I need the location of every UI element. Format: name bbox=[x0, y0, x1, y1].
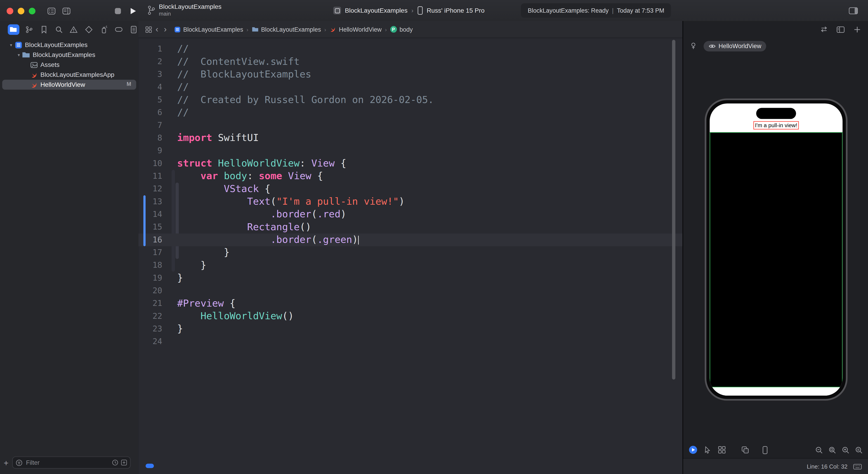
code-text: Text("I'm a pull-in view!") bbox=[162, 195, 405, 208]
breadcrumb-project[interactable]: BlockLayoutExamples bbox=[174, 26, 243, 33]
code-line[interactable]: 24 bbox=[138, 335, 682, 348]
inspector-toggle-icon[interactable] bbox=[848, 6, 858, 15]
code-line[interactable]: 21#Preview { bbox=[138, 297, 682, 310]
debug-navigator-icon[interactable] bbox=[98, 24, 108, 35]
filter-field[interactable] bbox=[12, 456, 131, 469]
code-line[interactable]: 15 Rectangle() bbox=[138, 221, 682, 233]
code-line[interactable]: 13 Text("I'm a pull-in view!") bbox=[138, 195, 682, 208]
code-line[interactable]: 11 var body: some View { bbox=[138, 170, 682, 183]
bookmarks-navigator-icon[interactable] bbox=[39, 24, 49, 35]
code-line[interactable]: 23} bbox=[138, 323, 682, 335]
breakpoints-navigator-icon[interactable] bbox=[114, 24, 123, 35]
tree-item-project-root[interactable]: ▾ BlockLayoutExamples bbox=[2, 40, 136, 50]
reports-navigator-icon[interactable] bbox=[128, 24, 138, 35]
code-line[interactable]: 18 } bbox=[138, 259, 682, 272]
related-items-icon[interactable] bbox=[144, 25, 153, 34]
code-line[interactable]: 22 HelloWorldView() bbox=[138, 310, 682, 322]
compose-editor-icon[interactable] bbox=[61, 6, 71, 15]
code-line[interactable]: 16 .border(.green) bbox=[138, 233, 682, 246]
code-text: } bbox=[162, 323, 183, 335]
chevron-down-icon[interactable]: ▾ bbox=[8, 42, 14, 47]
code-text: .border(.red) bbox=[162, 208, 346, 221]
selectable-mode-button[interactable] bbox=[703, 445, 712, 454]
device-settings-button[interactable] bbox=[760, 445, 770, 454]
find-navigator-icon[interactable] bbox=[54, 24, 64, 35]
editor-scrollbar[interactable] bbox=[672, 40, 675, 380]
view-options-icon[interactable] bbox=[46, 6, 56, 15]
add-file-button[interactable]: + bbox=[0, 458, 12, 468]
project-navigator-icon[interactable] bbox=[8, 24, 19, 35]
breadcrumb-label: BlockLayoutExamples bbox=[183, 26, 243, 33]
source-control-change-bar[interactable] bbox=[143, 195, 145, 246]
run-button[interactable] bbox=[128, 6, 137, 15]
line-number: 2 bbox=[138, 55, 162, 68]
filter-input[interactable] bbox=[25, 459, 110, 466]
code-line[interactable]: 1// bbox=[138, 43, 682, 55]
tree-item-assets[interactable]: Assets bbox=[2, 60, 136, 70]
code-text: } bbox=[162, 246, 230, 259]
preview-canvas: HelloWorldView I'm a pull-in view! bbox=[683, 21, 868, 474]
canvas-toolbar bbox=[683, 441, 868, 458]
code-line[interactable]: 3// BlockLayoutExamples bbox=[138, 68, 682, 81]
code-line[interactable]: 9 bbox=[138, 145, 682, 157]
code-line[interactable]: 10struct HelloWorldView: View { bbox=[138, 157, 682, 170]
stop-button[interactable] bbox=[113, 6, 123, 15]
activity-viewer[interactable]: BlockLayoutExamples: Ready | Today at 7:… bbox=[521, 3, 671, 18]
issues-navigator-icon[interactable] bbox=[69, 24, 79, 35]
code-text bbox=[162, 335, 177, 348]
recent-files-icon[interactable] bbox=[112, 459, 119, 466]
destination-label: Russ' iPhone 15 Pro bbox=[427, 7, 485, 14]
code-line[interactable]: 20 bbox=[138, 284, 682, 297]
code-text: // BlockLayoutExamples bbox=[162, 68, 311, 81]
forward-button[interactable]: › bbox=[161, 25, 169, 34]
editor-options-icon[interactable] bbox=[836, 25, 845, 34]
chevron-down-icon[interactable]: ▾ bbox=[16, 52, 22, 57]
code-text: // bbox=[162, 106, 189, 119]
pin-icon[interactable] bbox=[690, 42, 697, 50]
branch-name-label: main bbox=[159, 11, 221, 17]
source-control-summary[interactable]: BlockLayoutExamples main bbox=[147, 3, 221, 17]
code-line[interactable]: 4// bbox=[138, 81, 682, 94]
source-control-navigator-icon[interactable] bbox=[24, 24, 34, 35]
code-line[interactable]: 7 bbox=[138, 119, 682, 132]
code-line[interactable]: 17 } bbox=[138, 246, 682, 259]
branch-icon bbox=[147, 3, 155, 17]
line-number: 8 bbox=[138, 132, 162, 145]
zoom-fit-icon[interactable] bbox=[828, 445, 837, 454]
zoom-out-icon[interactable] bbox=[814, 445, 824, 454]
live-preview-button[interactable] bbox=[688, 445, 698, 454]
code-line[interactable]: 6// bbox=[138, 106, 682, 119]
scheme-destination-picker[interactable]: BlockLayoutExamples › Russ' iPhone 15 Pr… bbox=[333, 0, 485, 21]
tree-item-group[interactable]: ▾ BlockLayoutExamples bbox=[2, 50, 136, 60]
line-number: 14 bbox=[138, 208, 162, 221]
keyboard-icon[interactable] bbox=[853, 463, 862, 470]
breadcrumb-symbol[interactable]: P body bbox=[390, 26, 413, 33]
add-editor-icon[interactable] bbox=[852, 25, 862, 34]
close-window-button[interactable] bbox=[6, 8, 13, 14]
zoom-in-icon[interactable] bbox=[841, 445, 850, 454]
source-control-filter-icon[interactable] bbox=[121, 459, 127, 466]
variants-button[interactable] bbox=[717, 445, 726, 454]
breadcrumb-file[interactable]: HelloWorldView bbox=[330, 26, 382, 33]
preview-name-label: HelloWorldView bbox=[719, 43, 761, 49]
code-line[interactable]: 19} bbox=[138, 272, 682, 284]
back-button[interactable]: ‹ bbox=[153, 25, 161, 34]
breadcrumb-group[interactable]: BlockLayoutExamples bbox=[252, 26, 321, 33]
breadcrumb-label: body bbox=[400, 26, 413, 33]
code-line[interactable]: 12 VStack { bbox=[138, 183, 682, 195]
tree-item-selected-file[interactable]: HelloWorldView M bbox=[2, 80, 136, 90]
tests-navigator-icon[interactable] bbox=[84, 24, 94, 35]
zoom-window-button[interactable] bbox=[29, 8, 35, 14]
code-line[interactable]: 5// Created by Russell Gordon on 2026-02… bbox=[138, 94, 682, 106]
preview-name-pill[interactable]: HelloWorldView bbox=[704, 41, 766, 51]
code-area[interactable]: 1//2// ContentView.swift3// BlockLayoutE… bbox=[138, 38, 682, 474]
editor-swap-icon[interactable] bbox=[819, 25, 829, 34]
code-line[interactable]: 8import SwiftUI bbox=[138, 132, 682, 145]
tree-item-app-file[interactable]: BlockLayoutExamplesApp bbox=[2, 70, 136, 80]
color-scheme-button[interactable] bbox=[740, 445, 749, 454]
zoom-actual-size-icon[interactable] bbox=[854, 445, 864, 454]
minimize-window-button[interactable] bbox=[18, 8, 24, 14]
code-line[interactable]: 14 .border(.red) bbox=[138, 208, 682, 221]
iphone-preview-device[interactable]: I'm a pull-in view! bbox=[705, 98, 848, 401]
code-line[interactable]: 2// ContentView.swift bbox=[138, 55, 682, 68]
